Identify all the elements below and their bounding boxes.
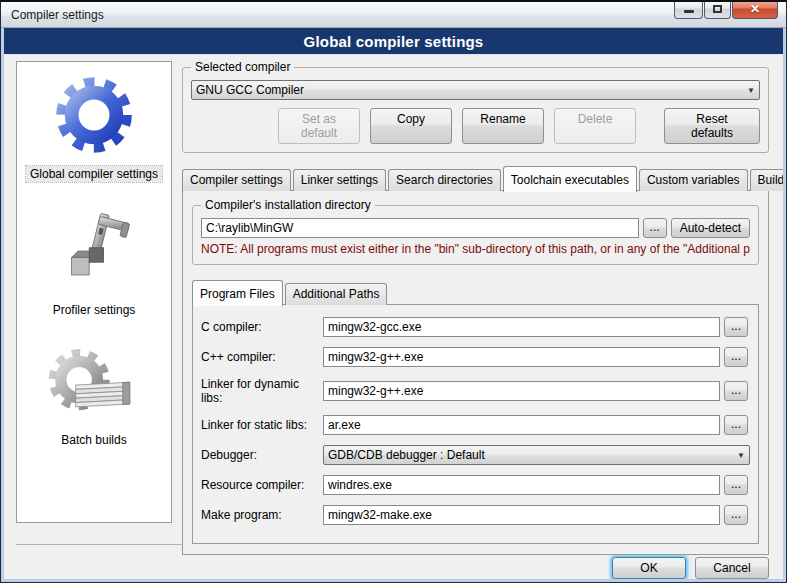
delete-button[interactable]: Delete: [554, 108, 636, 144]
tab-compiler-settings[interactable]: Compiler settings: [182, 169, 291, 191]
sidebar-item-label: Profiler settings: [49, 302, 140, 318]
close-button[interactable]: ✕: [732, 0, 778, 19]
compiler-select-value: GNU GCC Compiler: [196, 83, 743, 97]
cpp-compiler-row: C++ compiler: ...: [201, 347, 750, 367]
sidebar-item-label: Global compiler settings: [26, 166, 162, 182]
dynamic-linker-row: Linker for dynamic libs: ...: [201, 377, 750, 405]
page-header: Global compiler settings: [4, 28, 783, 54]
dynamic-linker-browse-button[interactable]: ...: [724, 381, 748, 401]
chevron-down-icon: ▼: [737, 451, 745, 460]
settings-category-list: Global compiler settings: [16, 61, 172, 523]
sidebar-item-batch-builds[interactable]: Batch builds: [46, 344, 142, 448]
tab-toolchain-executables[interactable]: Toolchain executables: [503, 166, 637, 192]
cancel-button[interactable]: Cancel: [695, 557, 769, 579]
blue-gear-icon: [50, 72, 138, 158]
maximize-icon: [713, 5, 722, 13]
sidebar-item-global-compiler-settings[interactable]: Global compiler settings: [26, 72, 162, 182]
resource-compiler-browse-button[interactable]: ...: [724, 475, 748, 495]
resource-compiler-row: Resource compiler: ...: [201, 475, 750, 495]
compiler-select[interactable]: GNU GCC Compiler ▼: [191, 80, 760, 100]
program-files-tabstrip: Program Files Additional Paths: [192, 279, 759, 305]
selected-compiler-group: Selected compiler GNU GCC Compiler ▼ Set…: [182, 67, 769, 153]
c-compiler-input[interactable]: [323, 317, 720, 337]
tab-linker-settings[interactable]: Linker settings: [293, 169, 386, 191]
auto-detect-button[interactable]: Auto-detect: [671, 218, 750, 238]
installation-directory-input[interactable]: [201, 218, 639, 238]
tab-custom-variables[interactable]: Custom variables: [639, 169, 748, 191]
static-linker-row: Linker for static libs: ...: [201, 415, 750, 435]
resource-compiler-input[interactable]: [323, 475, 720, 495]
cpp-compiler-label: C++ compiler:: [201, 350, 319, 364]
debugger-select[interactable]: GDB/CDB debugger : Default ▼: [323, 445, 750, 465]
debugger-label: Debugger:: [201, 448, 319, 462]
window-controls: ✕: [673, 0, 778, 19]
set-as-default-button[interactable]: Set as default: [278, 108, 360, 144]
minimize-button[interactable]: [674, 0, 703, 19]
cpp-compiler-browse-button[interactable]: ...: [724, 347, 748, 367]
make-program-input[interactable]: [323, 505, 720, 525]
tab-additional-paths[interactable]: Additional Paths: [285, 283, 388, 305]
chevron-down-icon: ▼: [747, 86, 755, 95]
tab-build-options[interactable]: Build options: [750, 169, 783, 191]
window-title: Compiler settings: [11, 8, 104, 22]
ok-button[interactable]: OK: [612, 557, 686, 579]
make-program-label: Make program:: [201, 508, 319, 522]
dynamic-linker-input[interactable]: [323, 381, 720, 401]
gray-gear-stack-icon: [46, 344, 142, 424]
dynamic-linker-label: Linker for dynamic libs:: [201, 377, 319, 405]
copy-button[interactable]: Copy: [370, 108, 452, 144]
static-linker-input[interactable]: [323, 415, 720, 435]
selected-compiler-group-label: Selected compiler: [191, 60, 294, 74]
installation-directory-group: Compiler's installation directory ... Au…: [192, 205, 759, 265]
debugger-row: Debugger: GDB/CDB debugger : Default ▼: [201, 445, 750, 465]
rename-button[interactable]: Rename: [462, 108, 544, 144]
debugger-select-value: GDB/CDB debugger : Default: [328, 448, 733, 462]
c-compiler-row: C compiler: ...: [201, 317, 750, 337]
resource-compiler-label: Resource compiler:: [201, 478, 319, 492]
c-compiler-browse-button[interactable]: ...: [724, 317, 748, 337]
titlebar[interactable]: Compiler settings ✕: [1, 2, 786, 28]
sidebar-item-label: Batch builds: [57, 432, 130, 448]
settings-tabstrip: Compiler settings Linker settings Search…: [182, 165, 769, 191]
browse-directory-button[interactable]: ...: [643, 218, 667, 238]
close-icon: ✕: [750, 2, 760, 16]
installation-directory-group-label: Compiler's installation directory: [201, 198, 375, 212]
reset-defaults-button[interactable]: Reset defaults: [664, 108, 760, 144]
tab-program-files[interactable]: Program Files: [192, 280, 283, 306]
maximize-button[interactable]: [704, 0, 731, 19]
page-title: Global compiler settings: [304, 33, 484, 50]
bin-subdirectory-note: NOTE: All programs must exist either in …: [201, 242, 750, 256]
program-files-page: C compiler: ... C++ compiler: ... Linker: [192, 304, 759, 544]
tab-search-directories[interactable]: Search directories: [388, 169, 501, 191]
make-program-browse-button[interactable]: ...: [724, 505, 748, 525]
static-linker-label: Linker for static libs:: [201, 418, 319, 432]
cpp-compiler-input[interactable]: [323, 347, 720, 367]
caliper-icon: [54, 208, 134, 294]
sidebar-item-profiler-settings[interactable]: Profiler settings: [49, 208, 140, 318]
c-compiler-label: C compiler:: [201, 320, 319, 334]
compiler-settings-dialog: Compiler settings ✕ Global compiler sett…: [0, 0, 787, 583]
static-linker-browse-button[interactable]: ...: [724, 415, 748, 435]
toolchain-executables-page: Compiler's installation directory ... Au…: [182, 190, 769, 555]
minimize-icon: [684, 10, 694, 13]
make-program-row: Make program: ...: [201, 505, 750, 525]
